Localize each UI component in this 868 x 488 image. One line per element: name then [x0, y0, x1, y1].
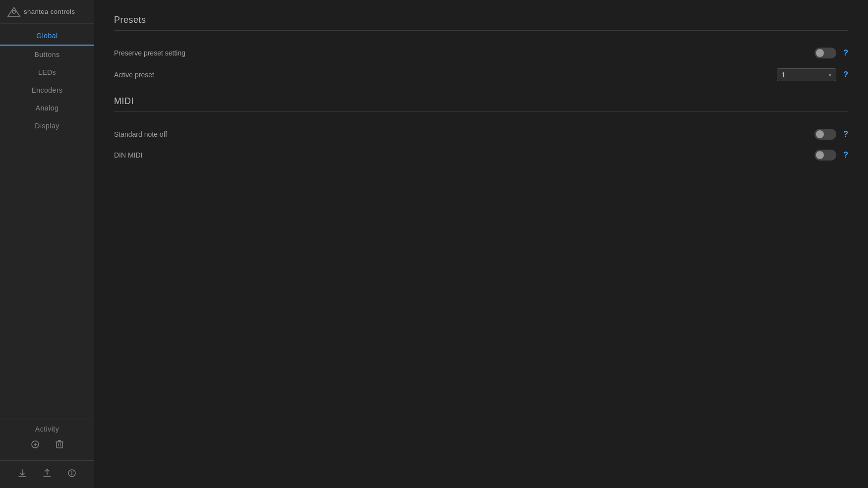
din-midi-label: DIN MIDI [114, 151, 814, 159]
sidebar-item-global[interactable]: Global [0, 27, 94, 46]
toggle-track-2 [814, 129, 836, 140]
midi-section: MIDI Standard note off ? DIN MIDI [114, 96, 848, 165]
sidebar-item-analog[interactable]: Analog [0, 99, 94, 117]
info-button[interactable] [66, 468, 77, 481]
presets-title: Presets [114, 15, 848, 25]
download-button[interactable] [17, 468, 28, 481]
preserve-preset-label: Preserve preset setting [114, 49, 814, 57]
midi-divider [114, 111, 848, 112]
send-icon [31, 440, 40, 449]
standard-note-off-help[interactable]: ? [843, 130, 848, 139]
standard-note-off-row: Standard note off ? [114, 124, 848, 145]
activity-send-button[interactable] [30, 439, 41, 452]
activity-delete-button[interactable] [55, 439, 64, 452]
midi-title: MIDI [114, 96, 848, 107]
svg-point-16 [71, 471, 72, 472]
standard-note-off-label: Standard note off [114, 130, 814, 138]
preserve-preset-row: Preserve preset setting ? [114, 43, 848, 63]
toggle-track-3 [814, 150, 836, 161]
delete-icon [56, 440, 63, 449]
logo-icon [7, 6, 21, 17]
active-preset-row: Active preset 1 2 3 4 5 6 7 8 ▼ ? [114, 63, 848, 86]
main-content: Presets Preserve preset setting ? Active… [94, 0, 868, 488]
toggle-track [814, 48, 836, 58]
sidebar-item-encoders[interactable]: Encoders [0, 81, 94, 99]
activity-section: Activity [0, 420, 94, 460]
presets-section: Presets Preserve preset setting ? Active… [114, 15, 848, 86]
download-icon [18, 469, 27, 478]
din-midi-toggle[interactable] [814, 150, 836, 161]
preserve-preset-control: ? [814, 48, 848, 58]
din-midi-row: DIN MIDI ? [114, 145, 848, 165]
preserve-preset-toggle[interactable] [814, 48, 836, 58]
sidebar-item-buttons[interactable]: Buttons [0, 46, 94, 63]
nav-items: Global Buttons LEDs Encoders Analog Disp… [0, 24, 94, 420]
presets-divider [114, 30, 848, 31]
preserve-preset-help[interactable]: ? [843, 49, 848, 57]
toggle-thumb-2 [816, 130, 824, 138]
toggle-thumb [816, 49, 824, 57]
toggle-thumb-3 [816, 151, 824, 159]
din-midi-control: ? [814, 150, 848, 161]
logo-area: shantea controls [0, 0, 94, 24]
active-preset-label: Active preset [114, 71, 777, 79]
sidebar: shantea controls Global Buttons LEDs Enc… [0, 0, 94, 488]
standard-note-off-toggle[interactable] [814, 129, 836, 140]
standard-note-off-control: ? [814, 129, 848, 140]
sidebar-item-display[interactable]: Display [0, 117, 94, 135]
upload-button[interactable] [42, 468, 53, 481]
active-preset-control: 1 2 3 4 5 6 7 8 ▼ ? [777, 68, 848, 81]
activity-label: Activity [0, 425, 94, 437]
info-icon [67, 469, 76, 478]
sidebar-bottom [0, 460, 94, 488]
active-preset-dropdown-wrapper: 1 2 3 4 5 6 7 8 ▼ [777, 68, 836, 81]
active-preset-select[interactable]: 1 2 3 4 5 6 7 8 [777, 68, 836, 81]
svg-point-1 [12, 10, 15, 13]
din-midi-help[interactable]: ? [843, 151, 848, 160]
activity-icons [0, 437, 94, 457]
svg-rect-5 [57, 442, 62, 448]
app-name: shantea controls [24, 8, 75, 15]
svg-marker-0 [8, 7, 20, 16]
upload-icon [43, 469, 52, 478]
sidebar-item-leds[interactable]: LEDs [0, 63, 94, 81]
active-preset-help[interactable]: ? [843, 70, 848, 79]
